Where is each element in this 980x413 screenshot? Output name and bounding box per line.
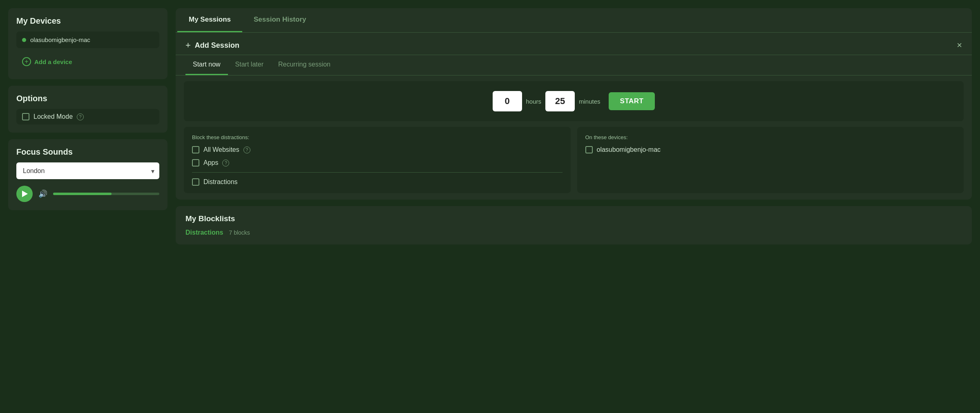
sounds-controls: 🔊 [16,186,159,202]
add-device-label: Add a device [34,58,72,65]
locked-mode-row: Locked Mode ? [16,109,159,124]
all-websites-help-icon[interactable]: ? [243,147,250,153]
sounds-select[interactable]: London Forest Rain Coffee Shop White Noi… [16,162,159,179]
apps-checkbox[interactable] [192,159,199,167]
left-panel: My Devices olasubomigbenjo-mac + Add a d… [8,8,167,405]
options-card: Options Locked Mode ? [8,86,167,133]
sessions-card: My Sessions Session History + Add Sessio… [176,8,972,200]
volume-slider-fill [53,193,112,195]
divider [192,172,563,173]
my-blocklists-card: My Blocklists Distractions 7 blocks [176,206,972,244]
main-tabs-bar: My Sessions Session History [176,8,972,33]
blocklist-count: 7 blocks [229,229,250,236]
device-check-row: olasubomigbenjo-mac [585,146,956,153]
sub-tab-start-now[interactable]: Start now [185,55,228,75]
blocklist-name[interactable]: Distractions [185,229,223,236]
apps-row: Apps ? [192,159,563,167]
device-item: olasubomigbenjo-mac [16,31,159,48]
all-websites-row: All Websites ? [192,146,563,153]
right-panel: My Sessions Session History + Add Sessio… [176,8,972,405]
add-session-title: Add Session [195,41,239,50]
add-session-header: + Add Session × [176,33,972,55]
sounds-select-wrapper: London Forest Rain Coffee Shop White Noi… [16,162,159,179]
locked-mode-label: Locked Mode [33,113,73,120]
block-distractions-panel: Block these distractions: All Websites ?… [184,127,571,193]
on-devices-panel: On these devices: olasubomigbenjo-mac [577,127,964,193]
my-blocklists-title: My Blocklists [185,214,962,223]
volume-slider[interactable] [53,193,159,195]
sub-tab-start-later[interactable]: Start later [228,55,271,75]
sub-tab-recurring[interactable]: Recurring session [271,55,338,75]
distractions-panel-heading: Block these distractions: [192,134,563,140]
close-add-session-button[interactable]: × [957,41,962,50]
locked-mode-help-icon[interactable]: ? [77,113,84,120]
sub-tabs-bar: Start now Start later Recurring session [176,55,972,75]
my-devices-title: My Devices [16,16,159,26]
add-device-icon: + [22,57,31,66]
minutes-input[interactable]: 25 [545,91,575,111]
tab-my-sessions[interactable]: My Sessions [177,8,242,32]
options-title: Options [16,94,159,103]
start-button[interactable]: START [609,92,655,110]
apps-label: Apps [203,159,218,167]
distractions-row: Distractions [192,178,563,186]
timer-row: 0 hours 25 minutes START [184,81,964,121]
add-session-plus-icon: + [185,40,191,51]
distractions-label: Distractions [203,178,238,186]
blocklist-item: Distractions 7 blocks [185,229,962,236]
hours-label: hours [526,98,542,105]
my-devices-card: My Devices olasubomigbenjo-mac + Add a d… [8,8,167,79]
tab-session-history[interactable]: Session History [242,8,318,32]
distractions-checkbox[interactable] [192,178,199,186]
add-device-button[interactable]: + Add a device [16,52,78,71]
all-websites-checkbox[interactable] [192,146,199,153]
all-websites-label: All Websites [203,146,239,153]
add-session-left: + Add Session [185,40,239,51]
device-mac-label: olasubomigbenjo-mac [597,146,661,153]
play-button[interactable] [16,186,33,202]
locked-mode-checkbox[interactable] [22,113,29,120]
focus-sounds-card: Focus Sounds London Forest Rain Coffee S… [8,139,167,210]
minutes-label: minutes [579,98,601,105]
play-icon [22,191,28,197]
volume-icon: 🔊 [38,189,47,198]
focus-sounds-title: Focus Sounds [16,147,159,157]
device-name: olasubomigbenjo-mac [30,36,90,43]
apps-help-icon[interactable]: ? [222,160,229,167]
devices-panel-heading: On these devices: [585,134,956,140]
device-mac-checkbox[interactable] [585,146,593,153]
device-online-dot [22,38,26,42]
hours-input[interactable]: 0 [493,91,522,111]
distraction-devices-row: Block these distractions: All Websites ?… [176,127,972,200]
